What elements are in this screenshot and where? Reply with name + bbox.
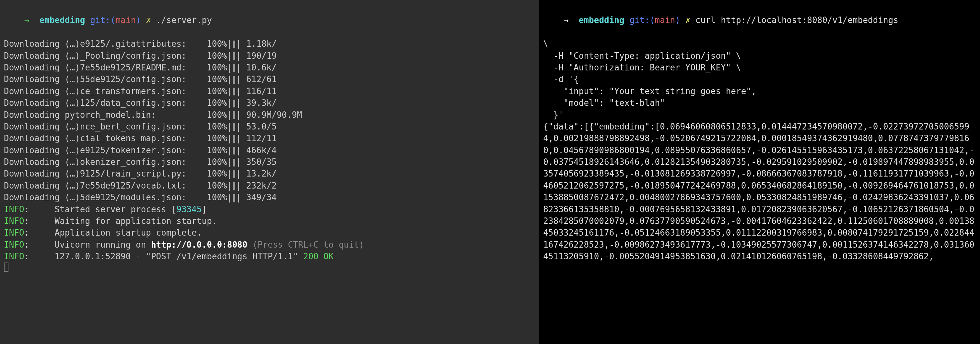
- log-line: INFO: Uvicorn running on http://0.0.0.0:…: [4, 239, 535, 251]
- progress-bar-icon: [233, 123, 235, 131]
- curl-line: -H "Content-Type: application/json" \: [543, 50, 976, 62]
- download-line: Downloading (…)nce_bert_config.json: 100…: [4, 121, 535, 133]
- log-level: INFO: [4, 228, 24, 238]
- shell-prompt-right: → embedding git:(main) ✗ curl http://loc…: [543, 3, 976, 38]
- git-label: git:(: [90, 15, 115, 25]
- cursor-icon: [4, 262, 8, 272]
- download-line: Downloading (…)_Pooling/config.json: 100…: [4, 50, 535, 62]
- server-url: http://0.0.0.0:8080: [151, 240, 247, 250]
- download-line: Downloading (…)e9125/tokenizer.json: 100…: [4, 144, 535, 156]
- git-branch: main: [655, 15, 675, 25]
- prompt-arrow-icon: →: [563, 15, 569, 25]
- progress-bar-icon: [233, 194, 235, 202]
- progress-bar-icon: [233, 111, 235, 119]
- git-dirty-icon: ✗: [146, 15, 151, 25]
- log-level: INFO: [4, 251, 24, 261]
- progress-bar-icon: [233, 159, 235, 166]
- download-line: Downloading (…)ce_transformers.json: 100…: [4, 85, 535, 97]
- downloads-list: Downloading (…)e9125/.gitattributes: 100…: [4, 38, 535, 203]
- cursor-line[interactable]: [4, 262, 535, 275]
- download-line: Downloading (…)7e55de9125/vocab.txt: 100…: [4, 180, 535, 192]
- progress-bar-icon: [233, 40, 235, 48]
- git-branch: main: [115, 15, 136, 25]
- progress-bar-icon: [233, 52, 235, 60]
- download-line: Downloading pytorch_model.bin: 100%|| 90…: [4, 109, 535, 121]
- http-status: 200 OK: [303, 251, 334, 261]
- git-close: ): [675, 15, 680, 25]
- log-line: INFO: Application startup complete.: [4, 227, 535, 238]
- log-line: INFO: 127.0.0.1:52890 - "POST /v1/embedd…: [4, 251, 535, 262]
- server-pid: 93345: [176, 205, 202, 214]
- progress-bar-icon: [233, 76, 235, 84]
- download-line: Downloading (…)55de9125/config.json: 100…: [4, 74, 535, 85]
- download-line: Downloading (…)cial_tokens_map.json: 100…: [4, 133, 535, 144]
- download-line: Downloading (…)5de9125/modules.json: 100…: [4, 192, 535, 203]
- progress-bar-icon: [233, 147, 235, 154]
- log-level: INFO: [4, 216, 24, 226]
- git-dirty-icon: ✗: [686, 15, 690, 25]
- curl-command-body: \ -H "Content-Type: application/json" \ …: [543, 38, 976, 121]
- shell-prompt-left: → embedding git:(main) ✗ ./server.py: [4, 3, 535, 38]
- progress-bar-icon: [233, 88, 235, 95]
- progress-bar-icon: [233, 170, 235, 178]
- curl-line: "model": "text-blah": [543, 97, 976, 109]
- curl-line: \: [543, 38, 976, 50]
- log-level: INFO: [4, 205, 24, 214]
- http-request: "POST /v1/embeddings HTTP/1.1": [146, 251, 298, 261]
- git-label: git:(: [629, 15, 655, 25]
- log-level: INFO: [4, 240, 24, 250]
- curl-line: -d '{: [543, 74, 976, 85]
- command-text: curl http://localhost:8080/v1/embeddings: [695, 15, 898, 25]
- terminal-pane-left[interactable]: → embedding git:(main) ✗ ./server.py Dow…: [0, 0, 539, 344]
- curl-line: -H "Authorization: Bearer YOUR_KEY" \: [543, 62, 976, 74]
- log-text: Started server process [: [55, 205, 177, 214]
- download-line: Downloading (…)e9125/.gitattributes: 100…: [4, 38, 535, 50]
- curl-line: }': [543, 109, 976, 121]
- download-line: Downloading (…)9125/train_script.py: 100…: [4, 168, 535, 179]
- download-line: Downloading (…)okenizer_config.json: 100…: [4, 156, 535, 168]
- progress-bar-icon: [233, 135, 235, 143]
- log-text: Waiting for application startup.: [55, 216, 217, 226]
- download-line: Downloading (…)7e55de9125/README.md: 100…: [4, 62, 535, 74]
- prompt-dir: embedding: [40, 15, 85, 25]
- download-line: Downloading (…)125/data_config.json: 100…: [4, 97, 535, 109]
- progress-bar-icon: [233, 100, 235, 107]
- prompt-arrow-icon: →: [24, 15, 30, 25]
- terminal-pane-right[interactable]: → embedding git:(main) ✗ curl http://loc…: [539, 0, 980, 344]
- log-text: Application startup complete.: [55, 228, 202, 238]
- command-text: ./server.py: [156, 15, 212, 25]
- prompt-dir: embedding: [579, 15, 625, 25]
- log-line: INFO: Started server process [93345]: [4, 203, 535, 215]
- curl-line: "input": "Your text string goes here",: [543, 85, 976, 97]
- progress-bar-icon: [233, 64, 235, 72]
- git-close: ): [136, 15, 141, 25]
- progress-bar-icon: [233, 182, 235, 190]
- json-response: {"data":[{"embedding":[0.069460608065128…: [543, 121, 976, 262]
- log-line: INFO: Waiting for application startup.: [4, 215, 535, 227]
